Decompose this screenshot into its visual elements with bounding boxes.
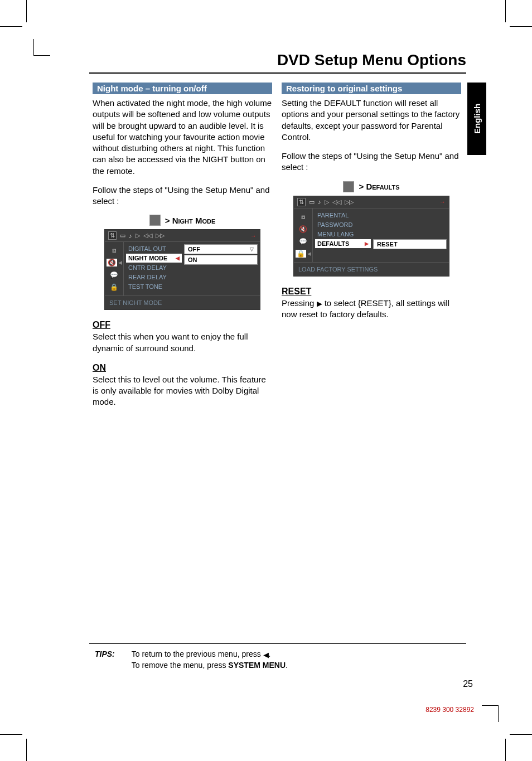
subhead-on: ON xyxy=(93,363,272,373)
osd-defaults: ⇅ ▭ ♪ ▷ ◁◁ ▷▷ → ⧈ 🔇 💬 🔒 ◀ xyxy=(293,196,449,277)
osd-top-icon: ⇅ xyxy=(297,198,306,206)
osd-footer: LOAD FACTORY SETTINGS xyxy=(294,262,449,276)
column-right: Restoring to original settings Setting t… xyxy=(282,83,461,329)
osd-left-icons: ⧈ 🔇 💬 🔒 ◀ xyxy=(294,209,313,262)
tips-text: To remove the menu, press xyxy=(132,661,229,670)
crop-mark xyxy=(510,734,532,735)
osd-menu: DIGITAL OUT NIGHT MODE ◀ CNTR DELAY REAR… xyxy=(124,242,260,295)
page-title: DVD Setup Menu Options xyxy=(89,51,466,74)
triangle-left-icon: ◀ xyxy=(176,255,180,261)
osd-left-icon: ⧈ xyxy=(301,213,306,221)
tips-text: . xyxy=(269,649,271,658)
reset-body-part: Pressing xyxy=(282,298,317,308)
subhead-reset: RESET xyxy=(282,287,461,297)
osd-spacer xyxy=(373,230,447,239)
crop-mark xyxy=(0,26,22,27)
osd-options: OFF ▽ ON xyxy=(184,244,258,293)
osd-menu-item-active: NIGHT MODE ◀ xyxy=(126,254,182,263)
tips-label: TIPS: xyxy=(95,649,115,671)
osd-option-label: OFF xyxy=(188,246,200,253)
crop-mark xyxy=(505,0,506,22)
osd-top-icon: ♪ xyxy=(318,198,321,205)
breadcrumb-label: > Night Mode xyxy=(165,216,216,225)
osd-option-label: RESET xyxy=(377,241,398,248)
tips: TIPS: To return to the previous menu, pr… xyxy=(95,649,466,671)
on-body: Select this to level out the volume. Thi… xyxy=(93,374,272,408)
osd-left-icon-active: 🔒 ◀ xyxy=(296,250,311,258)
osd-left-icon-active: 🔇 ◀ xyxy=(107,259,122,266)
triangle-right-icon: ▶ xyxy=(365,241,369,246)
osd-menu-item: CNTR DELAY xyxy=(126,263,182,272)
osd-left-icon: 🔇 xyxy=(299,225,307,233)
tips-rule xyxy=(89,643,466,644)
osd-option-on: ON xyxy=(184,255,258,265)
triangle-down-icon: ▽ xyxy=(250,246,254,252)
crop-mark xyxy=(26,0,27,22)
osd-body: ⧈ 🔇 💬 🔒 ◀ PARENTAL PASSWORD MENU LANG D xyxy=(294,209,449,262)
osd-menu-item: REAR DELAY xyxy=(126,273,182,282)
osd-footer: SET NIGHT MODE xyxy=(105,295,260,309)
osd-top-icon: ▭ xyxy=(120,232,125,239)
osd-top-icon: ▷ xyxy=(136,232,140,239)
page: DVD Setup Menu Options English Night mod… xyxy=(0,0,532,761)
osd-menu-item-label: NIGHT MODE xyxy=(128,255,167,261)
osd-menu-list: PARENTAL PASSWORD MENU LANG DEFAULTS ▶ xyxy=(315,211,371,260)
tips-text: . xyxy=(286,661,288,670)
osd-top-icon: ▭ xyxy=(309,198,315,206)
osd-left-icon: 💬 xyxy=(110,271,118,279)
tips-line-1: To return to the previous menu, press ◀. xyxy=(132,649,288,660)
crop-mark xyxy=(505,739,506,761)
osd-menu-item: PASSWORD xyxy=(315,220,371,229)
osd-menu-item: TEST TONE xyxy=(126,282,182,291)
osd-top-icons: ⇅ ▭ ♪ ▷ ◁◁ ▷▷ → xyxy=(105,230,260,242)
section-bar-restore: Restoring to original settings xyxy=(282,83,461,94)
osd-menu-item: DIGITAL OUT xyxy=(126,244,182,253)
crop-mark xyxy=(510,26,532,27)
osd-menu-item-label: DEFAULTS xyxy=(317,240,349,247)
triangle-left-icon: ◀ xyxy=(118,260,122,265)
reset-body: Pressing ▶ to select {RESET}, all settin… xyxy=(282,298,461,321)
osd-menu-item-active: DEFAULTS ▶ xyxy=(315,239,371,248)
tips-line-2: To remove the menu, press SYSTEM MENU. xyxy=(132,660,288,671)
osd-menu-list: DIGITAL OUT NIGHT MODE ◀ CNTR DELAY REAR… xyxy=(126,244,182,293)
osd-menu-item: MENU LANG xyxy=(315,230,371,239)
osd-left-icons: ⧈ 🔇 ◀ 💬 🔒 xyxy=(105,242,124,295)
tips-bold: SYSTEM MENU xyxy=(228,661,286,670)
triangle-right-icon: ▶ xyxy=(317,300,322,307)
osd-spacer xyxy=(373,211,447,220)
osd-option-reset: RESET xyxy=(373,239,447,249)
osd-left-icon: 🔒 xyxy=(110,283,118,291)
osd-arrow-icon: → xyxy=(250,232,257,239)
crop-mark xyxy=(26,739,27,761)
page-number: 25 xyxy=(463,679,473,689)
triangle-left-icon: ◀ xyxy=(263,651,269,658)
crop-inner xyxy=(476,705,499,728)
crop-inner xyxy=(33,33,56,56)
breadcrumb-icon xyxy=(149,215,161,226)
tips-text: To return to the previous menu, press xyxy=(132,649,263,658)
osd-spacer xyxy=(373,220,447,229)
osd-night-mode: ⇅ ▭ ♪ ▷ ◁◁ ▷▷ → ⧈ 🔇 ◀ 💬 🔒 xyxy=(104,229,260,310)
osd-option-label: ON xyxy=(188,256,197,263)
osd-top-icon: ♪ xyxy=(129,232,132,239)
osd-top-icon: ⇅ xyxy=(108,231,117,240)
osd-top-icon: ▷▷ xyxy=(345,198,354,206)
osd-menu: PARENTAL PASSWORD MENU LANG DEFAULTS ▶ xyxy=(313,209,449,262)
section-bar-night-mode: Night mode – turning on/off xyxy=(93,83,272,94)
osd-arrow-icon: → xyxy=(439,198,446,205)
follow-steps-text: Follow the steps of "Using the Setup Men… xyxy=(93,185,272,207)
osd-top-icon: ◁◁ xyxy=(332,198,341,206)
breadcrumb-icon xyxy=(343,181,354,192)
osd-top-icons: ⇅ ▭ ♪ ▷ ◁◁ ▷▷ → xyxy=(294,196,449,209)
osd-top-icon: ◁◁ xyxy=(143,232,152,239)
document-code: 8239 300 32892 xyxy=(425,706,474,714)
triangle-left-icon: ◀ xyxy=(307,251,311,256)
column-left: Night mode – turning on/off When activat… xyxy=(93,83,272,417)
osd-option-off: OFF ▽ xyxy=(184,244,258,254)
osd-left-icon: 💬 xyxy=(299,237,307,245)
language-tab: English xyxy=(467,83,486,155)
breadcrumb-night-mode: > Night Mode xyxy=(93,215,272,226)
breadcrumb-label: > Defaults xyxy=(359,182,399,191)
osd-top-icon: ▷ xyxy=(325,198,329,206)
osd-top-icon: ▷▷ xyxy=(156,232,165,239)
